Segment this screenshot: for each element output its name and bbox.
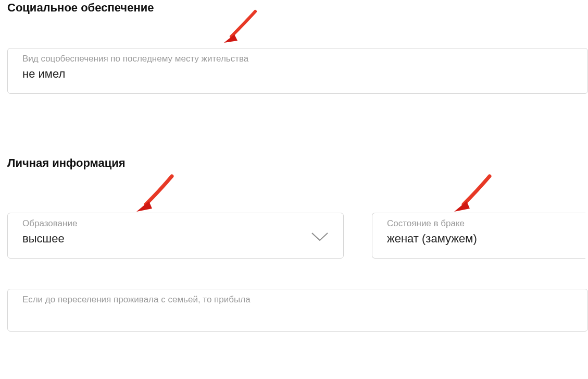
annotation-arrow-icon — [131, 172, 178, 219]
family-arrival-field[interactable]: Если до переселения проживала с семьей, … — [7, 289, 588, 332]
svg-marker-0 — [224, 34, 237, 43]
education-select[interactable]: Образование высшее — [7, 213, 344, 259]
social-security-heading: Социальное обеспечение — [7, 1, 588, 15]
marital-status-label: Состояние в браке — [387, 218, 576, 229]
marital-status-value: женат (замужем) — [387, 232, 576, 246]
social-security-field[interactable]: Вид соцобеспечения по последнему месту ж… — [7, 48, 588, 94]
chevron-down-icon — [311, 232, 329, 244]
annotation-arrow-icon — [449, 172, 496, 219]
education-value: высшее — [22, 232, 334, 246]
personal-info-heading: Личная информация — [7, 156, 588, 170]
education-label: Образование — [22, 218, 334, 229]
family-arrival-label: Если до переселения проживала с семьей, … — [22, 295, 578, 305]
marital-status-field[interactable]: Состояние в браке женат (замужем) — [372, 213, 585, 259]
social-security-value: не имел — [22, 67, 578, 81]
social-security-label: Вид соцобеспечения по последнему месту ж… — [22, 54, 578, 64]
svg-marker-2 — [454, 201, 470, 212]
svg-marker-1 — [136, 201, 152, 212]
